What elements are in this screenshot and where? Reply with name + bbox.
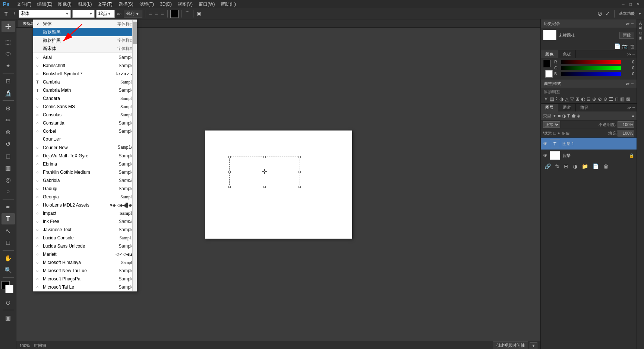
history-delete-icon[interactable]: 🗑 (630, 43, 635, 49)
photofilter-adj-icon[interactable]: ⊟ (587, 96, 591, 102)
levels-adj-icon[interactable]: ▤ (550, 96, 554, 102)
create-timeline-button[interactable]: 创建视频时间轴 (493, 342, 528, 349)
eyedropper-tool[interactable]: 🔬 (1, 87, 15, 98)
path-select-tool[interactable]: ↖ (1, 225, 15, 236)
clone-tool[interactable]: ⊗ (1, 126, 15, 138)
cancel-text-button[interactable]: ⊘ (597, 10, 602, 17)
handle-bc[interactable] (263, 186, 266, 188)
font-courier[interactable]: Courier (33, 135, 137, 144)
font-candara[interactable]: ○ Candara Sample (33, 94, 137, 103)
font-hololens[interactable]: ○ HoloLens MDL2 Assets ♥◆ ◁◆◀▊◆≡ (33, 201, 137, 209)
eraser-tool[interactable]: ◻ (1, 150, 15, 161)
font-msnewtailue[interactable]: ○ Microsoft New Tai Lue Sample (33, 267, 137, 275)
font-corbel[interactable]: ○ Corbel Sample (33, 127, 137, 135)
font-constantia[interactable]: ○ Constantia Sample (33, 119, 137, 127)
menu-image[interactable]: 图像(I) (55, 0, 74, 8)
font-cambriamath[interactable]: T Cambria Math Sample (33, 86, 137, 94)
exposure-adj-icon[interactable]: ◑ (559, 96, 564, 102)
font-arial[interactable]: ○ Arial Sample (33, 53, 137, 62)
layer-fx-icon[interactable]: fx (554, 163, 561, 170)
filter-pixel-icon[interactable]: ■ (558, 113, 561, 119)
adjustment-panel-collapse[interactable]: ─ (631, 82, 634, 86)
layer-item-bg[interactable]: 👁 背景 🔒 (541, 150, 637, 161)
zoom-tool[interactable]: 🔍 (1, 264, 15, 276)
menu-edit[interactable]: 编辑(E) (34, 0, 55, 8)
lasso-tool[interactable]: ⬭ (1, 48, 15, 59)
menu-select[interactable]: 选择(S) (116, 0, 136, 8)
font-bookshelf[interactable]: ○ Bookshelf Symbol 7 ♭♪✓♦↙↗ (33, 70, 137, 78)
history-brush-tool[interactable]: ↺ (1, 138, 15, 150)
quick-mask-tool[interactable]: ⊙ (1, 297, 15, 308)
layer-link-icon[interactable]: 🔗 (543, 163, 552, 170)
selective-color-adj-icon[interactable]: ⊠ (626, 96, 630, 102)
maximize-button[interactable]: □ (628, 1, 634, 7)
menu-help[interactable]: 帮助(H) (218, 0, 239, 8)
green-slider[interactable] (561, 66, 621, 70)
font-pinned-weiruihei[interactable]: 微软推黑 字体样式 (33, 36, 137, 44)
pen-tool[interactable]: ✒ (1, 201, 15, 213)
history-snapshot-icon[interactable]: 📷 (622, 43, 628, 49)
layer-bg-visibility-icon[interactable]: 👁 (543, 153, 547, 158)
opacity-input[interactable] (618, 121, 634, 128)
dropdown-scrollbar[interactable] (132, 20, 137, 291)
adjustment-panel-header[interactable]: 调整 | 样式 ≫ ─ (541, 79, 637, 88)
color-selector[interactable] (1, 281, 15, 295)
font-couriernew[interactable]: ○ Courier New Sample (33, 144, 137, 152)
color-panel-menu[interactable]: ≫ (627, 52, 631, 56)
font-mshimalaya[interactable]: ○ Microsoft Himalaya Sample (33, 258, 137, 267)
layer-adj-icon[interactable]: ◑ (571, 163, 579, 170)
invert-adj-icon[interactable]: ⊖ (603, 96, 607, 102)
move-tool[interactable] (1, 21, 15, 32)
scrollbar-thumb[interactable] (133, 22, 137, 44)
magic-wand-tool[interactable]: ✦ (1, 60, 15, 71)
brush-tool[interactable]: ✏ (1, 114, 15, 126)
blend-mode-selector[interactable]: 正常 (543, 121, 560, 128)
font-inkfree[interactable]: ○ Ink Free Sample (33, 217, 137, 226)
align-left-button[interactable]: ≡ (148, 10, 152, 18)
new-snapshot-button[interactable]: 新建 (619, 32, 634, 39)
handle-bl[interactable] (228, 186, 231, 188)
handle-tc[interactable] (263, 156, 266, 158)
hand-tool[interactable]: ✋ (1, 252, 15, 264)
menu-view[interactable]: 视图(V) (175, 0, 196, 8)
gradient-map-adj-icon[interactable]: ▥ (620, 96, 625, 102)
bw-adj-icon[interactable]: ◐ (581, 96, 585, 102)
layer-1-visibility-icon[interactable]: 👁 (543, 141, 547, 146)
layers-panel-collapse[interactable]: ─ (632, 106, 635, 110)
colorlookup-adj-icon[interactable]: ⊘ (598, 96, 602, 102)
adjustment-panel-menu[interactable]: ≫ (626, 82, 629, 86)
panel-toggle-4[interactable]: ▣ (639, 36, 642, 40)
menu-text[interactable]: 文字(T) (95, 0, 115, 8)
font-bahnschrift[interactable]: ○ Bahnschrift Sample (33, 62, 137, 70)
warp-text-button[interactable]: ⌒ (184, 10, 190, 18)
font-family-dropdown[interactable]: ✓ 宋体 字体样式 微软雅黑 微软推黑 字体样式 新宋体 字体样式 ○ Aria… (33, 19, 137, 292)
layer-delete-icon[interactable]: 🗑 (602, 163, 610, 170)
font-family-selector[interactable]: 宋体 ▼ (19, 10, 71, 18)
font-impact[interactable]: ○ Impact Sample (33, 209, 137, 217)
menu-file[interactable]: 文件(F) (14, 0, 34, 8)
font-pinned-weiyahei[interactable]: 微软雅黑 (33, 28, 137, 36)
vibrance-adj-icon[interactable]: ▽ (570, 96, 574, 102)
screen-mode-button[interactable]: ▣ (1, 312, 15, 323)
font-gabriola[interactable]: ○ Gabriola Sample (33, 176, 137, 185)
timeline-dropdown-icon[interactable]: ▼ (530, 342, 537, 349)
font-javanese[interactable]: ○ Javanese Text Sample (33, 226, 137, 234)
shape-tool[interactable]: □ (1, 237, 15, 248)
brightness-adj-icon[interactable]: ☀ (544, 96, 548, 102)
font-cambria[interactable]: T Cambria Sample (33, 78, 137, 86)
color-tab-swatches[interactable]: 色板 (558, 50, 576, 58)
handle-br[interactable] (299, 186, 301, 188)
menu-layer[interactable]: 图层(L) (75, 0, 95, 8)
font-gadugi[interactable]: ○ Gadugi Sample (33, 185, 137, 193)
history-panel-collapse[interactable]: ─ (631, 22, 634, 26)
blur-tool[interactable]: ◎ (1, 174, 15, 185)
font-style-selector[interactable]: ▼ (72, 10, 95, 18)
panel-toggle-2[interactable]: AI (639, 26, 642, 30)
layers-tab-channels[interactable]: 通道 (558, 104, 576, 111)
font-lucidasans[interactable]: ○ Lucida Sans Unicode Sample (33, 242, 137, 250)
layer-new-icon[interactable]: 📄 (591, 163, 600, 170)
layer-group-icon[interactable]: 📁 (580, 163, 590, 170)
menu-window[interactable]: 窗口(W) (196, 0, 218, 8)
blue-slider[interactable] (561, 72, 621, 76)
color-tab-color[interactable]: 颜色 (541, 50, 558, 58)
